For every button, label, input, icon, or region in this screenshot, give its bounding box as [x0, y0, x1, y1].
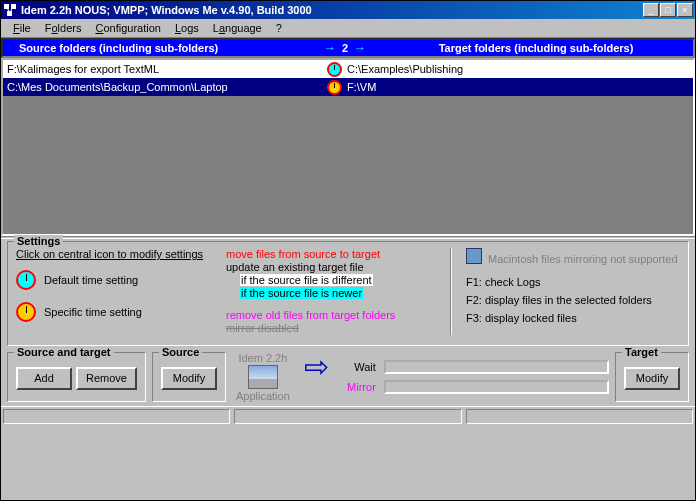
target-legend: Target [622, 346, 661, 358]
folder-row[interactable]: F:\Kalimages for export TextML C:\Exampl… [3, 60, 693, 78]
mirror-row: Mirror [340, 380, 609, 394]
wait-progress [384, 360, 609, 374]
titlebar: Idem 2.2h NOUS; VMPP; Windows Me v.4.90,… [1, 1, 695, 19]
mirror-label: Mirror [340, 381, 376, 393]
target-path: C:\Examples\Publishing [345, 63, 693, 75]
settings-col-rules: move files from source to target update … [226, 248, 436, 335]
specific-time-label: Specific time setting [44, 306, 142, 318]
source-legend: Source [159, 346, 202, 358]
arrow-right-icon: → [324, 41, 336, 55]
specific-time-row: Specific time setting [16, 302, 216, 322]
pair-count: 2 [342, 42, 348, 54]
window: Idem 2.2h NOUS; VMPP; Windows Me v.4.90,… [0, 0, 696, 501]
clock-specific-icon [327, 80, 342, 95]
source-path: F:\Kalimages for export TextML [3, 63, 323, 75]
hint-f1: F1: check Logs [466, 276, 680, 288]
rule-move: move files from source to target [226, 248, 436, 260]
rule-if-newer: if the source file is newer [240, 287, 363, 299]
mac-hint-text: Macintosh files mirroring not supported [488, 253, 678, 265]
minimize-button[interactable]: _ [643, 3, 659, 17]
clock-specific-icon [16, 302, 36, 322]
app-icon [3, 3, 17, 17]
rule-mirror-disabled: mirror disabled [226, 322, 436, 334]
computer-icon [248, 365, 278, 389]
menu-help[interactable]: ? [270, 21, 288, 35]
default-time-row: Default time setting [16, 270, 216, 290]
target-header: Target folders (including sub-folders) [379, 42, 693, 54]
target-path: F:\VM [345, 81, 693, 93]
arrow-right-icon: → [354, 41, 366, 55]
clock-default-icon [16, 270, 36, 290]
app-name: Idem 2.2h [238, 352, 287, 364]
status-cell [466, 409, 693, 424]
source-group: Source Modify [152, 352, 226, 402]
menubar: File Folders Configuration Logs Language… [1, 19, 695, 38]
mac-hint: Macintosh files mirroring not supported [466, 248, 680, 270]
folder-row[interactable]: C:\Mes Documents\Backup_Common\Laptop F:… [3, 78, 693, 96]
source-modify-button[interactable]: Modify [161, 367, 217, 390]
settings-hint: Click on central icon to modify settings [16, 248, 216, 260]
add-button[interactable]: Add [16, 367, 72, 390]
remove-button[interactable]: Remove [76, 367, 137, 390]
menu-language[interactable]: Language [207, 21, 268, 35]
columns-header: Source folders (including sub-folders) →… [1, 38, 695, 58]
settings-col-icons: Click on central icon to modify settings… [16, 248, 216, 335]
menu-folders[interactable]: Folders [39, 21, 88, 35]
app-label: Application [236, 390, 290, 402]
close-button[interactable]: × [677, 3, 693, 17]
window-controls: _ □ × [643, 3, 693, 17]
row-settings-icon[interactable] [323, 62, 345, 77]
transfer-arrow-icon[interactable]: ⇨ [300, 352, 334, 380]
clock-default-icon [327, 62, 342, 77]
wait-label: Wait [340, 361, 376, 373]
maximize-button[interactable]: □ [660, 3, 676, 17]
settings-col-hints: Macintosh files mirroring not supported … [466, 248, 680, 335]
source-path: C:\Mes Documents\Backup_Common\Laptop [3, 81, 323, 93]
menu-logs[interactable]: Logs [169, 21, 205, 35]
wait-row: Wait [340, 360, 609, 374]
target-group: Target Modify [615, 352, 689, 402]
hint-f2: F2: display files in the selected folder… [466, 294, 680, 306]
settings-fieldset: Settings Click on central icon to modify… [7, 241, 689, 346]
bottom-toolbar: Source and target Add Remove Source Modi… [1, 350, 695, 406]
source-header: Source folders (including sub-folders) [3, 42, 311, 54]
menu-configuration[interactable]: Configuration [89, 21, 166, 35]
row-settings-icon[interactable] [323, 80, 345, 95]
mac-icon [466, 248, 482, 264]
settings-legend: Settings [14, 235, 63, 247]
settings-panel: Settings Click on central icon to modify… [1, 239, 695, 350]
header-count: → 2 → [311, 41, 379, 55]
default-time-label: Default time setting [44, 274, 138, 286]
rule-if-different: if the source file is different [240, 274, 373, 286]
source-target-legend: Source and target [14, 346, 114, 358]
window-title: Idem 2.2h NOUS; VMPP; Windows Me v.4.90,… [21, 4, 643, 16]
hint-f3: F3: display locked files [466, 312, 680, 324]
rule-remove-old: remove old files from target folders [226, 309, 436, 321]
menu-file[interactable]: File [7, 21, 37, 35]
source-target-group: Source and target Add Remove [7, 352, 146, 402]
status-cell [234, 409, 461, 424]
statusbar [1, 406, 695, 426]
target-modify-button[interactable]: Modify [624, 367, 680, 390]
status-cell [3, 409, 230, 424]
progress-group: Wait Mirror [340, 352, 609, 402]
folder-list[interactable]: F:\Kalimages for export TextML C:\Exampl… [1, 58, 695, 236]
mirror-progress [384, 380, 609, 394]
application-block: Idem 2.2h Application [232, 352, 294, 402]
rule-update: update an existing target file [226, 261, 436, 273]
vertical-divider [450, 248, 452, 335]
